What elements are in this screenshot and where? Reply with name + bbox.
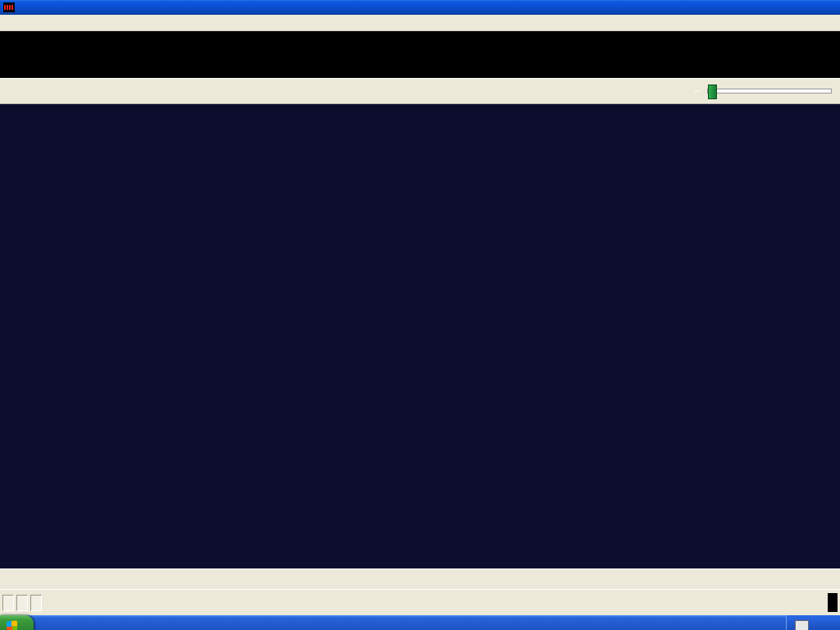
help-tray-icon[interactable] (795, 620, 809, 630)
led-display-row (0, 48, 840, 78)
window-stack-tray-icon[interactable] (813, 621, 825, 630)
title-bar (0, 0, 840, 15)
data-logger-replay-window (0, 0, 840, 630)
log-length-led (828, 593, 838, 612)
units-indicator (2, 595, 14, 611)
log-file-path (16, 595, 28, 611)
version-label (30, 595, 42, 611)
start-button[interactable] (0, 615, 34, 630)
playback-speed-slider-thumb[interactable] (708, 84, 717, 99)
data-logger-chart[interactable] (0, 134, 840, 568)
channel-toggle-row (0, 31, 840, 48)
chart-toolbar (0, 78, 840, 104)
app-icon (3, 2, 15, 12)
windows-flag-icon (7, 620, 17, 630)
playback-speed-label (694, 90, 701, 92)
status-bar (0, 589, 840, 615)
menu-bar (0, 15, 840, 31)
taskbar (0, 615, 840, 630)
chart-legend (0, 104, 840, 134)
chart-panel (0, 104, 840, 568)
playback-speed-slider[interactable] (707, 89, 832, 94)
playback-speed-control (694, 89, 837, 94)
system-tray (786, 615, 840, 630)
